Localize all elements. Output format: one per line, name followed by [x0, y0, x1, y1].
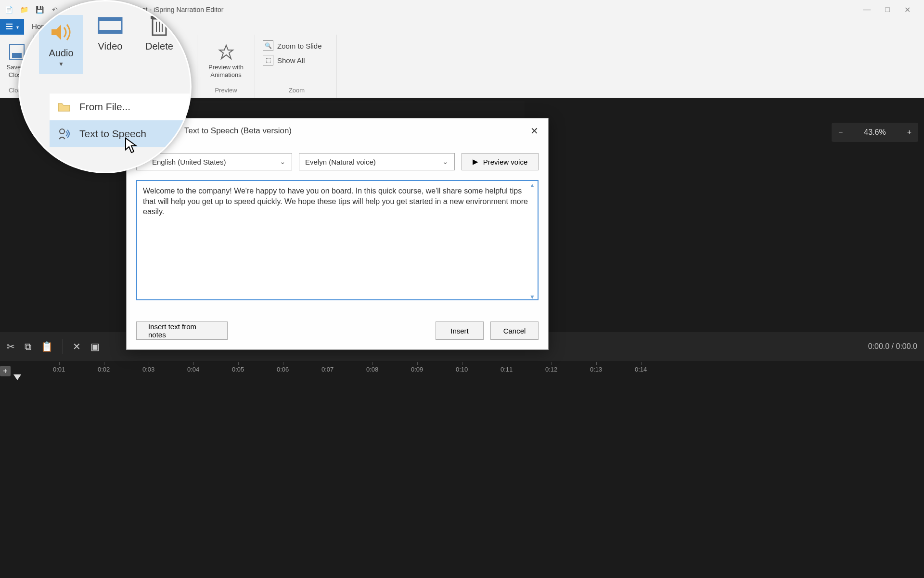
time-display: 0:00.0 / 0:00.0 — [868, 342, 917, 351]
zoom-control[interactable]: − 43.6% + — [832, 123, 918, 142]
mag-audio-label: Audio — [49, 48, 73, 59]
zoom-to-slide-label: Zoom to Slide — [277, 42, 322, 50]
menu-from-file[interactable]: From File... — [50, 93, 190, 120]
timeline-tick: 0:03 — [142, 366, 154, 373]
insert-from-notes-button[interactable]: Insert text from notes — [136, 321, 228, 340]
cancel-button[interactable]: Cancel — [490, 321, 539, 340]
timeline-tick: 0:11 — [500, 366, 513, 373]
svg-rect-12 — [99, 30, 122, 33]
scroll-up-icon[interactable]: ▲ — [529, 182, 535, 189]
show-all-icon: ⬚ — [263, 55, 273, 65]
timeline-tick: 0:09 — [411, 366, 423, 373]
timeline-tick: 0:05 — [232, 366, 244, 373]
dialog-title: Text to Speech (Beta version) — [184, 126, 292, 136]
zoom-percent: 43.6% — [864, 128, 886, 137]
tts-text-input[interactable] — [136, 180, 539, 300]
mag-video-button[interactable]: Video — [88, 15, 132, 74]
folder-icon — [57, 100, 71, 114]
mag-audio-button[interactable]: Audio ▼ — [39, 15, 83, 74]
svg-rect-0 — [6, 24, 13, 25]
mag-delete-label: Delete — [145, 41, 173, 52]
timeline-tick: 0:01 — [53, 366, 65, 373]
menu-text-to-speech[interactable]: Text to Speech — [50, 120, 190, 147]
preview-animations-button[interactable]: Preview withAnimations — [205, 39, 247, 82]
toolbar-sep — [63, 339, 63, 354]
audio-dropdown-menu: From File... Text to Speech — [50, 93, 190, 147]
mag-video-label: Video — [98, 41, 123, 52]
preview-voice-label: Preview voice — [483, 158, 528, 166]
magnified-view: Audio ▼ Video Delete From Fil — [18, 0, 192, 173]
menu-tts-label: Text to Speech — [79, 128, 146, 140]
timeline-tick: 0:06 — [277, 366, 289, 373]
group-label-preview: Preview — [215, 85, 237, 96]
cancel-label: Cancel — [503, 327, 526, 335]
show-all-label: Show All — [277, 56, 305, 64]
dropdown-arrow-icon: ▼ — [58, 61, 64, 67]
textarea-scrollbar[interactable]: ▲ ▼ — [528, 182, 537, 300]
dialog-close-button[interactable]: ✕ — [530, 125, 539, 137]
voice-value: Evelyn (Natural voice) — [305, 158, 376, 166]
minimize-button[interactable]: — — [863, 5, 871, 14]
preview-voice-button[interactable]: ▶ Preview voice — [462, 153, 539, 170]
timeline-tick: 0:13 — [590, 366, 602, 373]
svg-rect-2 — [6, 28, 13, 29]
add-track-button[interactable]: + — [0, 366, 11, 376]
voice-dropdown[interactable]: Evelyn (Natural voice) ⌄ — [299, 153, 455, 170]
zoom-to-slide-button[interactable]: 🔍 Zoom to Slide — [263, 40, 322, 51]
timeline-tick: 0:04 — [187, 366, 199, 373]
show-all-button[interactable]: ⬚ Show All — [263, 55, 305, 65]
timeline-tick: 0:14 — [635, 366, 647, 373]
chevron-down-icon: ⌄ — [442, 157, 449, 166]
svg-rect-1 — [6, 26, 13, 27]
zoom-in-button[interactable]: + — [907, 128, 911, 137]
copy-icon[interactable]: ⧉ — [25, 341, 31, 352]
trim-icon[interactable]: ▣ — [90, 341, 100, 352]
timeline-tick: 0:07 — [321, 366, 334, 373]
insert-button[interactable]: Insert — [436, 321, 484, 340]
zoom-out-button[interactable]: − — [838, 128, 843, 137]
language-dropdown[interactable]: English (United States) ⌄ — [136, 153, 292, 170]
file-menu-button[interactable]: ▾ — [0, 19, 24, 35]
close-window-button[interactable]: ✕ — [904, 5, 911, 14]
timeline-tick: 0:02 — [98, 366, 110, 373]
svg-rect-4 — [12, 53, 22, 58]
timeline-tick: 0:08 — [366, 366, 378, 373]
timeline-ruler[interactable]: 0:010:020:030:040:050:060:070:080:090:10… — [14, 361, 914, 390]
timeline-tick: 0:10 — [456, 366, 468, 373]
filmstrip-icon — [96, 15, 125, 36]
app-icon: 📄 — [4, 5, 13, 14]
chevron-down-icon: ⌄ — [280, 157, 286, 166]
svg-point-18 — [60, 129, 64, 134]
maximize-button[interactable]: □ — [885, 5, 890, 14]
svg-marker-9 — [219, 45, 233, 59]
group-label-zoom: Zoom — [289, 85, 305, 96]
scroll-down-icon[interactable]: ▼ — [529, 294, 535, 300]
language-value: English (United States) — [152, 158, 226, 166]
timeline-tick: 0:12 — [545, 366, 557, 373]
cut-icon[interactable]: ✂ — [7, 341, 15, 352]
menu-from-file-label: From File... — [79, 101, 130, 113]
timeline[interactable]: + 0:010:020:030:040:050:060:070:080:090:… — [0, 361, 924, 390]
insert-label: Insert — [450, 327, 469, 335]
speaker-icon — [47, 22, 76, 43]
tts-icon — [57, 127, 71, 141]
svg-rect-11 — [99, 18, 122, 21]
delete-clip-icon[interactable]: ✕ — [73, 341, 81, 352]
paste-icon[interactable]: 📋 — [41, 341, 53, 352]
preview-animations-label: Preview withAnimations — [208, 64, 244, 78]
play-icon: ▶ — [473, 157, 478, 166]
insert-from-notes-label: Insert text from notes — [148, 322, 216, 339]
tts-dialog: Text to Speech (Beta version) ✕ English … — [126, 118, 549, 350]
save-icon[interactable]: 💾 — [35, 5, 44, 14]
zoom-to-slide-icon: 🔍 — [263, 40, 273, 51]
open-icon[interactable]: 📁 — [19, 5, 29, 14]
